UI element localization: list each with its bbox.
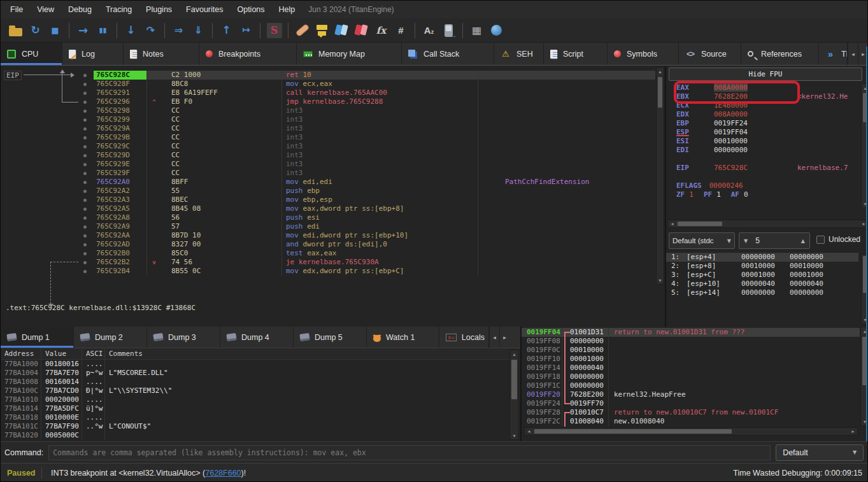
dump-tab-dump-3[interactable]: Dump 3 — [147, 327, 220, 348]
breakpoint-dot[interactable] — [83, 136, 87, 139]
disasm-row[interactable]: 765C92A856push esi — [1, 213, 655, 222]
run-icon[interactable]: → — [73, 21, 93, 40]
disasm-row[interactable]: 765C9296^EB F0jmp kernelbase.765C9288 — [1, 97, 655, 106]
dump-pane[interactable]: Dump 1Dump 2Dump 3Dump 4Dump 5Watch 1x=L… — [1, 327, 520, 441]
disasm-row[interactable]: 765C928F8BC8mov ecx,eax — [1, 80, 655, 89]
disassembly-pane[interactable]: EIP 765C928CC2 1000ret 10765C928F8BC8mov… — [1, 66, 665, 327]
disasm-row[interactable]: 765C929CCCint3 — [1, 142, 655, 151]
breakpoint-dot[interactable] — [83, 145, 87, 148]
scroll-up-icon[interactable]: ▴ — [510, 350, 518, 358]
scroll-down-icon[interactable]: ▾ — [657, 276, 664, 284]
open-file-icon[interactable] — [6, 21, 25, 40]
arg-row[interactable]: 4:[esp+10]0000004000000040 — [666, 280, 858, 288]
tab-seh[interactable]: ⚠SEH — [494, 43, 544, 65]
stack-row[interactable]: 0019FF28010010C7return to new.010010C7 f… — [522, 408, 860, 417]
disasm-row[interactable]: 765C9298CCint3 — [1, 106, 655, 115]
comment-icon[interactable] — [312, 21, 332, 40]
breakpoint-dot[interactable] — [83, 190, 87, 193]
breakpoint-dot[interactable] — [83, 127, 87, 131]
tab-references[interactable]: References — [741, 43, 819, 65]
disasm-row[interactable]: 765C92A38BECmov ebp,esp — [1, 195, 655, 204]
menu-item-debug[interactable]: Debug — [61, 1, 99, 18]
checkbox-icon[interactable] — [816, 236, 825, 244]
hash-icon[interactable]: # — [391, 21, 411, 40]
breakpoint-dot[interactable] — [83, 199, 87, 202]
tab-log[interactable]: Log — [62, 43, 124, 65]
disasm-row[interactable]: 765C92A255push ebp — [1, 187, 655, 195]
disasm-row[interactable]: 765C92A957push edi — [1, 222, 655, 231]
breakpoint-dot[interactable] — [83, 154, 87, 157]
disasm-row[interactable]: 765C92B2v74 56je kernelbase.765C930A — [1, 258, 655, 267]
breakpoint-dot[interactable] — [83, 74, 87, 77]
tab-source[interactable]: <>Source — [679, 43, 741, 65]
scroll-thumb[interactable] — [678, 222, 722, 226]
scroll-thumb[interactable] — [534, 429, 732, 434]
tab-cpu[interactable]: CPU — [1, 43, 62, 65]
breakpoint-dot[interactable] — [83, 261, 87, 264]
tab-scroll-left-button[interactable]: ◂ — [848, 43, 858, 65]
arg-row[interactable]: 1:[esp+4]0000000000000000 — [666, 253, 858, 262]
register-row[interactable]: EBX7628E200<kernel32.He — [666, 92, 858, 101]
tab-call-stack[interactable]: Call Stack — [402, 43, 494, 65]
register-row[interactable]: ECX1E4B0000 — [666, 101, 858, 110]
disasm-row[interactable]: 765C92AA8B7D 10mov edi,dword ptr ss:[ebp… — [1, 231, 655, 240]
strings-icon[interactable]: Az — [419, 21, 439, 40]
dump-tab-scroll-left-button[interactable]: ◂ — [489, 327, 499, 348]
patch-icon[interactable] — [292, 21, 312, 40]
menu-item-tracing[interactable]: Tracing — [99, 1, 139, 18]
unlocked-checkbox[interactable]: Unlocked — [816, 235, 860, 244]
label-icon[interactable] — [332, 21, 352, 40]
dump-row[interactable]: 77BA10180010000E.... — [1, 413, 520, 422]
step-out-icon[interactable]: ↑ — [217, 21, 236, 40]
scroll-left-icon[interactable]: ◂ — [525, 428, 533, 435]
dump-tab-watch-1[interactable]: Watch 1 — [367, 327, 439, 348]
breakpoint-dot[interactable] — [83, 172, 87, 175]
function-icon[interactable]: fx — [371, 21, 391, 40]
disasm-row[interactable]: 765C92A08BFFmov edi,ediPathCchFindExtens… — [1, 178, 655, 187]
stack-row[interactable]: 0019FF1C00000000 — [522, 381, 860, 390]
disasm-v-scrollbar[interactable]: ▴ ▾ — [656, 67, 664, 285]
scroll-up-icon[interactable]: ▴ — [657, 67, 664, 75]
stack-row[interactable]: 0019FF2C01008040new.01008040 — [522, 417, 860, 426]
dump-row[interactable]: 77BA100477BA7E70p~°wL"MSCOREE.DLL" — [1, 369, 520, 378]
disasm-row[interactable]: 765C928CC2 1000ret 10 — [1, 71, 655, 80]
stack-row[interactable]: 0019FF0C00010000 — [522, 346, 860, 355]
tab-notes[interactable]: Notes — [124, 43, 199, 65]
stack-row[interactable]: 0019FF240019FF70 — [522, 399, 860, 408]
breakpoint-dot[interactable] — [83, 208, 87, 211]
tab-memory-map[interactable]: Memory Map — [297, 43, 402, 65]
breakpoint-dot[interactable] — [83, 216, 87, 220]
breakpoint-dot[interactable] — [83, 92, 87, 95]
disasm-row[interactable]: 765C929DCCint3 — [1, 151, 655, 160]
dump-row[interactable]: 77BA100800160014.... — [1, 378, 520, 386]
calculator-icon[interactable]: ▦ — [467, 21, 487, 40]
disasm-row[interactable]: 765C92B085C0test eax,eax — [1, 249, 655, 258]
profile-select[interactable]: Default ▼ — [776, 444, 864, 461]
register-row[interactable] — [666, 155, 858, 164]
dump-v-scrollbar[interactable]: ▴ ▾ — [509, 350, 519, 440]
registers-h-scrollbar[interactable]: ◂ ▸ — [667, 220, 868, 228]
scroll-thumb[interactable] — [658, 77, 662, 108]
breakpoint-dot[interactable] — [83, 243, 87, 246]
disasm-row[interactable]: 765C929FCCint3 — [1, 169, 655, 178]
menu-item-view[interactable]: View — [30, 1, 61, 18]
dump-tab-locals[interactable]: x=Locals — [439, 327, 489, 348]
menu-item-help[interactable]: Help — [272, 1, 302, 18]
tab-script[interactable]: Script — [544, 43, 608, 65]
disasm-row[interactable]: 765C92A58B45 08mov eax,dword ptr ss:[ebp… — [1, 204, 655, 213]
dump-row[interactable]: 77BA101C77BA7F90..°wL"CONOUT$" — [1, 422, 520, 431]
breakpoint-dot[interactable] — [83, 83, 87, 86]
dump-row[interactable]: 77BA100000180016.... — [1, 360, 520, 369]
stack-pane[interactable]: 0019FF0401001D31return to new.01001D31 f… — [520, 327, 868, 441]
dump-tab-dump-1[interactable]: Dump 1 — [1, 327, 74, 348]
arg-row[interactable]: 2:[esp+8]0001000000010000 — [666, 262, 858, 271]
stack-row[interactable]: 0019FF1400000040 — [522, 364, 860, 372]
step-over-icon[interactable]: ↷ — [141, 21, 160, 40]
stack-row[interactable]: 0019FF1000001000 — [522, 355, 860, 364]
arg-row[interactable]: 5:[esp+14]0000000000000000 — [666, 288, 858, 297]
stop-icon[interactable]: ■ — [45, 21, 65, 40]
register-row[interactable]: EIP765C928Ckernelbase.7 — [666, 164, 858, 173]
breakpoint-dot[interactable] — [83, 225, 87, 229]
dump-row[interactable]: 77BA10200005000C — [1, 431, 520, 440]
breakpoint-dot[interactable] — [83, 163, 87, 166]
